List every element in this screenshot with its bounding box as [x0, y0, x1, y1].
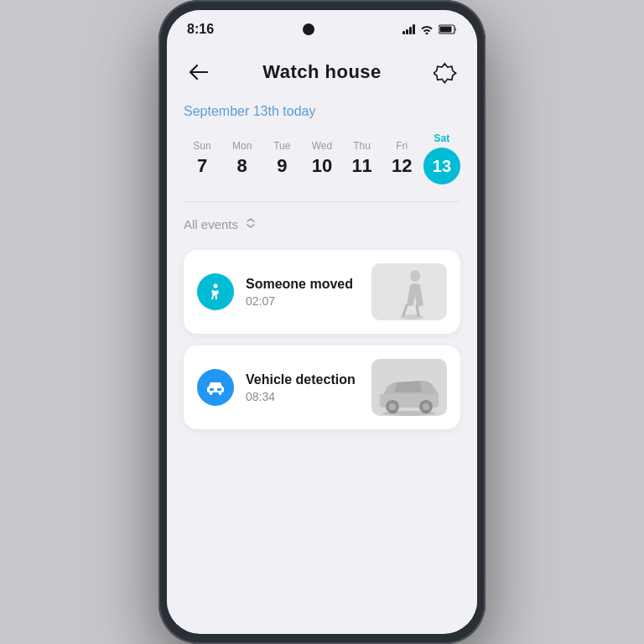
event-time-person: 02:07 [246, 294, 353, 308]
battery-icon [439, 24, 457, 34]
day-item-sat[interactable]: Sat 13 [423, 132, 460, 184]
day-item-tue[interactable]: Tue 9 [263, 140, 300, 177]
filter-chevron-icon[interactable] [243, 216, 258, 233]
vehicle-icon [197, 369, 234, 406]
app-content: Watch house September 13th today Sun 7 M… [167, 44, 477, 624]
filter-label: All events [184, 217, 238, 231]
svg-rect-11 [217, 388, 221, 391]
svg-point-8 [210, 392, 213, 395]
svg-point-6 [400, 314, 423, 319]
event-title-vehicle: Vehicle detection [246, 372, 356, 387]
event-left-vehicle: Vehicle detection 08:34 [197, 369, 356, 406]
event-left-person: Someone moved 02:07 [197, 273, 353, 310]
event-card-vehicle[interactable]: Vehicle detection 08:34 [184, 345, 460, 429]
svg-point-14 [389, 403, 396, 410]
back-button[interactable] [184, 57, 214, 87]
event-thumb-vehicle [371, 359, 447, 416]
signal-icon [402, 24, 415, 34]
svg-point-16 [423, 403, 429, 410]
svg-marker-2 [434, 64, 456, 83]
day-item-wed[interactable]: Wed 10 [304, 140, 340, 177]
status-icons [402, 24, 457, 34]
event-info-vehicle: Vehicle detection 08:34 [246, 372, 356, 403]
status-bar: 8:16 [167, 10, 477, 44]
wifi-icon [420, 24, 434, 34]
svg-point-9 [219, 392, 222, 395]
phone-screen: 8:16 [167, 10, 477, 634]
svg-rect-1 [440, 27, 452, 33]
divider [184, 201, 460, 202]
day-item-thu[interactable]: Thu 11 [344, 140, 381, 177]
svg-point-5 [410, 270, 420, 282]
day-item-fri[interactable]: Fri 12 [383, 140, 420, 177]
header-title: Watch house [262, 61, 382, 83]
day-item-mon[interactable]: Mon 8 [224, 140, 261, 177]
svg-point-17 [382, 411, 436, 416]
event-thumb-person [371, 263, 447, 320]
person-icon [197, 273, 234, 310]
date-label: September 13th today [184, 104, 460, 119]
phone-frame: 8:16 [158, 0, 486, 644]
header: Watch house [184, 44, 460, 104]
event-info-person: Someone moved 02:07 [246, 277, 353, 308]
event-title-person: Someone moved [246, 277, 353, 292]
settings-button[interactable] [430, 57, 460, 87]
event-time-vehicle: 08:34 [246, 390, 356, 403]
svg-point-3 [214, 284, 218, 288]
calendar-row: Sun 7 Mon 8 Tue 9 Wed 10 Thu 11 [184, 132, 460, 184]
status-time: 8:16 [187, 22, 214, 37]
camera-notch [303, 23, 314, 35]
day-item-sun[interactable]: Sun 7 [184, 140, 221, 177]
filter-row: All events [184, 216, 460, 233]
event-card-person[interactable]: Someone moved 02:07 [184, 250, 460, 334]
svg-rect-10 [210, 388, 214, 391]
